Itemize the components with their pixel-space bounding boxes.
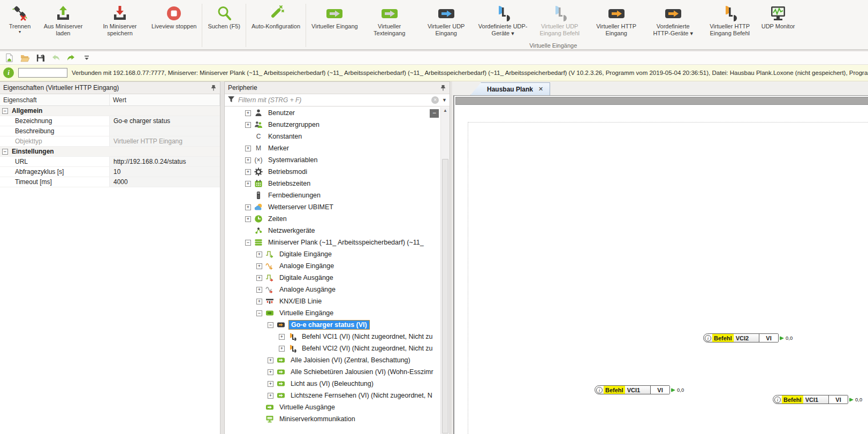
property-row[interactable]: BezeichnungGo-e charger status [0,116,220,126]
tree-item-virtuelle-eing-nge[interactable]: −Virtuelle Eingänge [225,307,440,319]
collapse-icon[interactable]: − [2,108,8,114]
tree-item-go-e-charger-status-vi-[interactable]: −Go-e charger status (VI) [225,319,440,331]
tree-item-lichtszene-fernsehen-vi-nicht-[interactable]: +Lichtszene Fernsehen (VI) (Nicht zugeor… [225,390,440,401]
ribbon-button-in-miniserver-speichern[interactable]: In Miniserver speichern [92,3,148,37]
tree-item-betriebszeiten[interactable]: +Betriebszeiten [225,178,440,189]
pin-icon[interactable] [440,85,446,92]
function-block-befehl-vci1[interactable]: iBefehlVCI1VI0,0 [595,385,684,394]
save-file-icon[interactable] [35,53,45,63]
property-row[interactable]: URLhttp://192.168.0.24/status [0,157,220,167]
ribbon-button-virtueller-http-eingang-befehl[interactable]: Virtueller HTTP Eingang Befehl [702,3,758,37]
tab-close-icon[interactable]: ✕ [538,86,543,93]
tree-item-virtuelle-ausg-nge[interactable]: Virtuelle Ausgänge [225,401,440,413]
column-header-eigenschaft[interactable]: Eigenschaft [0,94,110,105]
tree-item-betriebsmodi[interactable]: +Betriebsmodi [225,166,440,178]
ribbon-button-virtueller-eingang[interactable]: Virtueller Eingang [308,3,361,30]
property-row[interactable]: ObjekttypVirtueller HTTP Eingang [0,136,220,147]
tree-expander[interactable]: + [268,369,273,375]
property-value[interactable]: http://192.168.0.24/status [110,157,220,166]
block-body[interactable]: iBefehlVCI1VI [773,395,848,404]
property-value[interactable] [110,126,220,136]
tree-item-netzwerkger-te[interactable]: Netzwerkgeräte [225,225,440,237]
tree-expander[interactable]: + [268,393,273,399]
tree-item-wetterserver-ubimet[interactable]: +Wetterserver UBIMET [225,201,440,213]
tree-item-miniserver-plank-11-arbeitsspe[interactable]: −Miniserver Plank (~11_ Arbeitsspeicherb… [225,237,440,248]
tree-expander[interactable]: + [279,346,285,352]
block-output-connector[interactable] [780,336,784,340]
tree-item-befehl-vci1-vi-nicht-zugeordne[interactable]: +Befehl VCI1 (VI) (Nicht zugeordnet, Nic… [225,331,440,342]
tree-expander[interactable]: + [268,381,273,387]
property-value[interactable]: 10 [110,167,220,177]
block-output-connector[interactable] [849,398,854,402]
tree-expander[interactable]: + [256,287,262,293]
tree-item-benutzer[interactable]: +Benutzer [225,107,440,119]
function-block-befehl-vci2[interactable]: iBefehlVCI2VI0,0 [703,333,793,342]
tree-expander[interactable]: + [256,275,262,281]
ribbon-button-liveview-stoppen[interactable]: Liveview stoppen [148,3,200,30]
collapse-icon[interactable]: − [2,149,8,155]
tree-item-analoge-ausg-nge[interactable]: +Analoge Ausgänge [225,284,440,295]
tree-item-digitale-eing-nge[interactable]: +Digitale Eingänge [225,248,440,260]
property-row[interactable]: Timeout [ms]4000 [0,177,220,187]
ribbon-button-suchen-f5-[interactable]: Suchen (F5) [204,3,243,30]
tree-expander[interactable]: + [245,216,251,222]
tree-item-merker[interactable]: +MMerker [225,142,440,154]
property-row[interactable]: Beschreibung [0,126,220,136]
open-file-icon[interactable] [20,53,29,63]
property-value[interactable]: 4000 [110,177,220,187]
filter-clear-icon[interactable]: × [431,96,439,104]
filter-input[interactable]: Filtern mit (STRG + F) × ▼ [225,94,450,106]
tree-expander[interactable]: + [245,146,251,151]
ribbon-button-auto-konfiguration[interactable]: Auto-Konfiguration [248,3,303,30]
tree-scrollbar[interactable]: ▲ [440,107,450,434]
toolbar-options-icon[interactable] [82,53,92,63]
function-block-befehl-vci1[interactable]: iBefehlVCI1VI0,0 [773,395,862,404]
tree-expander[interactable]: + [245,204,251,210]
tree-item-fernbedienungen[interactable]: Fernbedienungen [225,189,440,201]
property-group-row[interactable]: −Einstellungen [0,147,220,157]
scrollbar-thumb[interactable] [442,159,448,433]
tree-expander[interactable]: + [245,169,251,175]
tree-item-alle-schiebet-ren-jalousien-vi[interactable]: +Alle Schiebetüren Jalousien (VI) (Wohn-… [225,366,440,378]
tree-item-licht-aus-vi-beleuchtung-[interactable]: +Licht aus (VI) (Beleuchtung) [225,378,440,390]
chevron-down-icon[interactable]: ▼ [442,97,447,103]
ribbon-button-udp-monitor[interactable]: UDP Monitor [758,3,798,30]
block-output-connector[interactable] [671,388,675,392]
tree-expander[interactable]: + [245,110,251,116]
tree-expander[interactable]: − [245,240,251,246]
program-canvas[interactable]: iBefehlVCI2VI0,0iBefehlVCI1VI0,0iBefehlV… [453,95,868,434]
ribbon-button-virtueller-http-eingang[interactable]: Virtueller HTTP Eingang [588,3,645,37]
tree-item-systemvariablen[interactable]: +(×)Systemvariablen [225,154,440,166]
ribbon-button-vordefinierte-udp-ger-te[interactable]: Vordefinierte UDP-Geräte ▾ [475,3,531,37]
ribbon-button-aus-miniserver-laden[interactable]: Aus Miniserver laden [35,3,92,37]
tree-item-knx-eib-linie[interactable]: +KNX/EIB Linie [225,295,440,307]
tree-expander[interactable]: + [279,334,285,340]
block-body[interactable]: iBefehlVCI1VI [595,385,670,394]
tree-item-benutzergruppen[interactable]: +Benutzergruppen [225,119,440,131]
tree-item-alle-jaloisien-vi-zentral-besc[interactable]: +Alle Jaloisien (VI) (Zentral, Beschattu… [225,354,440,366]
undo-icon[interactable] [51,53,60,63]
tree-item-analoge-eing-nge[interactable]: +Analoge Eingänge [225,260,440,272]
pin-icon[interactable] [210,85,217,92]
tree-expander[interactable]: − [268,322,273,328]
scroll-up-arrow[interactable]: ▲ [441,107,450,115]
property-group-row[interactable]: −Allgemein [0,106,220,116]
collapse-all-button[interactable]: − [430,109,439,118]
tree-expander[interactable]: − [256,310,262,316]
tree-expander[interactable]: + [256,299,262,304]
tree-expander[interactable]: + [245,157,251,163]
redo-icon[interactable] [66,53,76,63]
tree-item-konstanten[interactable]: CKonstanten [225,131,440,142]
status-search-input[interactable] [18,68,67,78]
ribbon-button-virtueller-udp-eingang[interactable]: Virtueller UDP Eingang [418,3,475,37]
tab-hausbau-plank[interactable]: Hausbau Plank ✕ [470,82,550,95]
property-value[interactable]: Go-e charger status [110,116,220,126]
property-value[interactable]: Virtueller HTTP Eingang [110,136,220,146]
tree-item-befehl-vci2-vi-nicht-zugeordne[interactable]: +Befehl VCI2 (VI) (Nicht zugeordnet, Nic… [225,342,440,354]
tree-item-digitale-ausg-nge[interactable]: +Digitale Ausgänge [225,272,440,284]
ribbon-button-vordefinierte-http-ger-te[interactable]: Vordefinierte HTTP-Geräte ▾ [645,3,702,37]
tree-expander[interactable]: + [256,252,262,257]
property-row[interactable]: Abfragezyklus [s]10 [0,167,220,177]
tree-item-zeiten[interactable]: +Zeiten [225,213,440,225]
block-body[interactable]: iBefehlVCI2VI [703,333,779,342]
